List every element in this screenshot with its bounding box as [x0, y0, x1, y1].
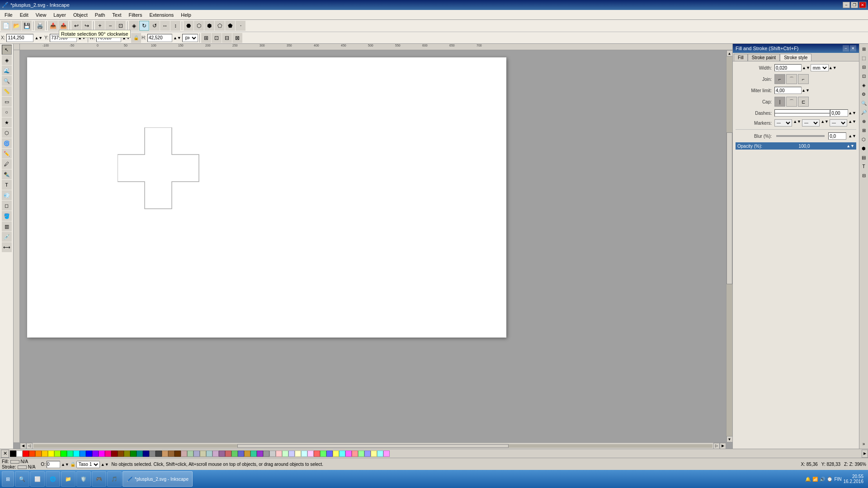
marker-end-select[interactable]: —: [830, 119, 847, 127]
color-swatch[interactable]: [244, 450, 250, 457]
fr-btn-13[interactable]: ▤: [860, 153, 868, 161]
color-swatch[interactable]: [219, 450, 225, 457]
layer-select[interactable]: Taso 1: [76, 461, 100, 468]
fr-btn-11[interactable]: ⬡: [860, 135, 868, 143]
menu-filters[interactable]: Filters: [125, 11, 146, 19]
ellipse-tool[interactable]: ○: [2, 107, 12, 117]
panel-close-button[interactable]: ✕: [850, 45, 856, 52]
menu-path[interactable]: Path: [91, 11, 109, 19]
spray-tool[interactable]: 💨: [2, 190, 12, 200]
color-swatch[interactable]: [320, 450, 326, 457]
fr-btn-3[interactable]: ⊟: [860, 63, 868, 71]
rotate-cw-button[interactable]: ↻: [139, 21, 149, 31]
dashes-input[interactable]: [830, 109, 848, 117]
color-swatch[interactable]: [23, 450, 29, 457]
align-top-button[interactable]: ⬠: [215, 21, 225, 31]
node-button[interactable]: ◈: [129, 21, 139, 31]
color-swatch[interactable]: [276, 450, 282, 457]
node-tool[interactable]: ◈: [2, 55, 12, 65]
scrollbar-horizontal[interactable]: ◀ ◁ ▷ ▶: [20, 442, 726, 449]
join-bevel-button[interactable]: ⌐: [798, 74, 809, 84]
marker-start-select[interactable]: —: [774, 119, 792, 127]
menu-view[interactable]: View: [32, 11, 50, 19]
align-center-h-button[interactable]: ⬡: [194, 21, 204, 31]
tab-fill[interactable]: Fill: [734, 54, 748, 61]
color-swatch[interactable]: [225, 450, 231, 457]
width-input[interactable]: [774, 64, 802, 71]
scroll-v-thumb[interactable]: [726, 132, 732, 284]
scrollbar-vertical[interactable]: ▲ ▼: [726, 50, 732, 442]
export-button[interactable]: 📤: [58, 21, 68, 31]
measure-tool[interactable]: 📏: [2, 86, 12, 96]
transform-btn4[interactable]: ⊠: [232, 33, 242, 43]
scroll-prev-button[interactable]: ◁: [26, 443, 33, 449]
color-swatch[interactable]: [371, 450, 377, 457]
flip-h-button[interactable]: ↔: [160, 21, 170, 31]
color-swatch[interactable]: [282, 450, 288, 457]
color-swatch[interactable]: [352, 450, 358, 457]
color-swatch[interactable]: [269, 450, 276, 457]
align-middle-v-button[interactable]: ⬟: [225, 21, 235, 31]
color-swatch[interactable]: [345, 450, 352, 457]
color-swatch[interactable]: [206, 450, 212, 457]
ie-button[interactable]: 🌐: [46, 471, 60, 487]
x-input[interactable]: [6, 34, 33, 42]
color-swatch[interactable]: [73, 450, 80, 457]
close-button[interactable]: ✕: [859, 2, 866, 8]
fr-btn-1[interactable]: ⊞: [860, 45, 868, 53]
fr-btn-9[interactable]: ⊕: [860, 117, 868, 125]
fr-expand-button[interactable]: »: [860, 440, 868, 448]
color-swatch[interactable]: [250, 450, 257, 457]
color-swatch[interactable]: [358, 450, 364, 457]
fr-btn-14[interactable]: T: [860, 162, 868, 170]
fr-btn-10[interactable]: ⊞: [860, 126, 868, 134]
pen-tool[interactable]: 🖊: [2, 159, 12, 169]
palette-scroll-right[interactable]: ▶: [862, 450, 868, 458]
no-color-swatch[interactable]: ✕: [1, 450, 9, 458]
color-swatch[interactable]: [118, 450, 124, 457]
menu-object[interactable]: Object: [70, 11, 91, 19]
fr-btn-4[interactable]: ⊡: [860, 72, 868, 80]
color-swatch[interactable]: [130, 450, 137, 457]
color-swatch[interactable]: [42, 450, 48, 457]
restore-button[interactable]: ❐: [851, 2, 858, 8]
transform-btn1[interactable]: ⊞: [201, 33, 211, 43]
color-swatch[interactable]: [92, 450, 99, 457]
color-swatch[interactable]: [288, 450, 295, 457]
color-swatch[interactable]: [339, 450, 345, 457]
undo-button[interactable]: ↩: [71, 21, 81, 31]
rotate-ccw-button[interactable]: ↺: [150, 21, 160, 31]
unit-select[interactable]: pxmmcm: [182, 34, 198, 42]
tab-stroke-style[interactable]: Stroke style: [780, 54, 811, 61]
color-swatch[interactable]: [54, 450, 61, 457]
color-swatch[interactable]: [193, 450, 200, 457]
color-swatch[interactable]: [175, 450, 181, 457]
color-swatch[interactable]: [238, 450, 244, 457]
flip-v-button[interactable]: ↕: [170, 21, 180, 31]
color-swatch[interactable]: [231, 450, 238, 457]
color-swatch[interactable]: [326, 450, 333, 457]
print-button[interactable]: 🖨️: [35, 21, 45, 31]
color-swatch[interactable]: [80, 450, 86, 457]
scroll-v-track[interactable]: [726, 56, 732, 436]
scroll-left-button[interactable]: ◀: [20, 443, 26, 449]
marker-mid-select[interactable]: —: [802, 119, 820, 127]
cap-butt-button[interactable]: |: [774, 97, 785, 107]
color-swatch[interactable]: [156, 450, 162, 457]
fr-btn-5[interactable]: ◈: [860, 81, 868, 89]
menu-edit[interactable]: Edit: [16, 11, 32, 19]
color-swatch[interactable]: [35, 450, 42, 457]
color-swatch[interactable]: [383, 450, 390, 457]
blur-slider-track[interactable]: [776, 135, 825, 137]
menu-help[interactable]: Help: [177, 11, 195, 19]
text-tool[interactable]: T: [2, 180, 12, 190]
color-swatch[interactable]: [137, 450, 143, 457]
cap-round-button[interactable]: ⌒: [786, 97, 797, 107]
color-swatch[interactable]: [200, 450, 206, 457]
color-swatch[interactable]: [295, 450, 301, 457]
color-swatch[interactable]: [257, 450, 263, 457]
calligraphy-tool[interactable]: ✒️: [2, 169, 12, 179]
3d-box-tool[interactable]: ⬡: [2, 128, 12, 138]
color-swatch[interactable]: [86, 450, 92, 457]
color-swatch[interactable]: [307, 450, 314, 457]
